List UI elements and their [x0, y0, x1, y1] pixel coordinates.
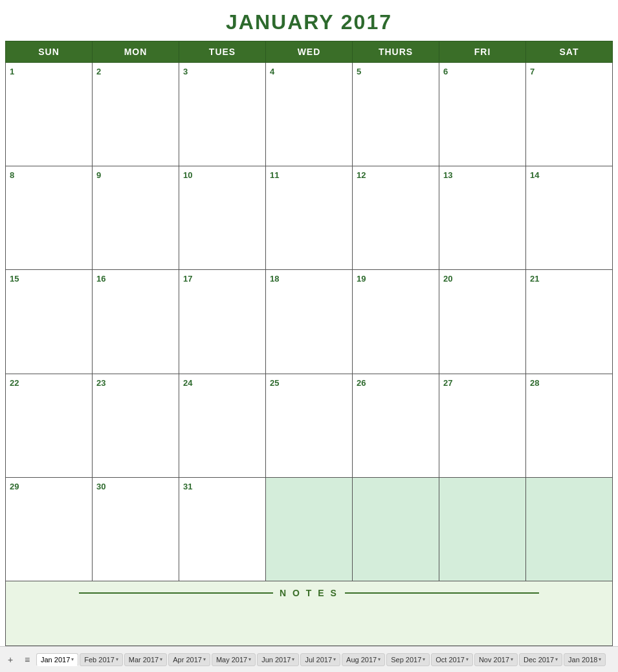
month-tab-feb-2017[interactable]: Feb 2017▾ — [80, 653, 122, 666]
day-cell-24[interactable]: 24 — [179, 374, 266, 477]
day-number: 24 — [183, 378, 192, 388]
chevron-down-icon: ▾ — [203, 656, 206, 662]
day-cell-4[interactable]: 4 — [266, 63, 353, 166]
day-cell-12[interactable]: 12 — [353, 166, 439, 270]
month-tab-jan-2018[interactable]: Jan 2018▾ — [564, 653, 606, 666]
month-tab-label: Jan 2017 — [41, 656, 70, 664]
day-cell-31[interactable]: 31 — [179, 477, 266, 581]
day-cell-6[interactable]: 6 — [439, 63, 526, 166]
day-cell-14[interactable]: 14 — [526, 166, 613, 270]
bottom-tabs-bar: + ≡ Jan 2017▾Feb 2017▾Mar 2017▾Apr 2017▾… — [0, 646, 618, 672]
day-number: 19 — [357, 274, 366, 284]
day-number: 8 — [10, 170, 14, 180]
chevron-down-icon: ▾ — [160, 656, 162, 662]
month-tab-label: Oct 2017 — [436, 656, 465, 664]
day-cell-empty-3[interactable] — [266, 477, 353, 581]
day-cell-3[interactable]: 3 — [179, 63, 266, 166]
day-cell-30[interactable]: 30 — [93, 477, 179, 581]
day-number: 4 — [270, 67, 274, 76]
chevron-down-icon: ▾ — [466, 656, 469, 662]
month-tab-label: Jan 2018 — [568, 656, 597, 664]
month-tab-may-2017[interactable]: May 2017▾ — [212, 653, 256, 666]
day-number: 12 — [357, 170, 366, 180]
day-cell-23[interactable]: 23 — [93, 374, 179, 477]
day-cell-18[interactable]: 18 — [266, 270, 353, 374]
day-cell-28[interactable]: 28 — [526, 374, 613, 477]
month-tab-label: Aug 2017 — [346, 656, 377, 664]
day-cell-empty-4[interactable] — [353, 477, 439, 581]
day-cell-5[interactable]: 5 — [353, 63, 439, 166]
chevron-down-icon: ▾ — [333, 656, 336, 662]
day-cell-26[interactable]: 26 — [353, 374, 439, 477]
day-number: 6 — [443, 67, 448, 76]
sheets-menu-button[interactable]: ≡ — [19, 652, 35, 667]
day-number: 20 — [443, 274, 452, 284]
month-tab-jun-2017[interactable]: Jun 2017▾ — [257, 653, 299, 666]
chevron-down-icon: ▾ — [511, 656, 513, 662]
month-tab-nov-2017[interactable]: Nov 2017▾ — [474, 653, 518, 666]
day-number: 15 — [10, 274, 19, 284]
day-cell-25[interactable]: 25 — [266, 374, 353, 477]
day-cell-7[interactable]: 7 — [526, 63, 613, 166]
day-cell-9[interactable]: 9 — [93, 166, 179, 270]
month-tab-dec-2017[interactable]: Dec 2017▾ — [519, 653, 562, 666]
month-tab-aug-2017[interactable]: Aug 2017▾ — [342, 653, 385, 666]
day-cell-2[interactable]: 2 — [93, 63, 179, 166]
day-cell-29[interactable]: 29 — [6, 477, 93, 581]
notes-header: N O T E S — [19, 588, 599, 598]
month-tab-label: Mar 2017 — [129, 656, 159, 664]
day-cell-19[interactable]: 19 — [353, 270, 439, 374]
day-number: 18 — [270, 274, 279, 284]
week-row-1: 1234567 — [6, 63, 613, 166]
month-tab-label: Nov 2017 — [479, 656, 509, 664]
day-cell-empty-6[interactable] — [526, 477, 613, 581]
day-cell-10[interactable]: 10 — [179, 166, 266, 270]
day-number: 27 — [443, 378, 452, 388]
day-number: 22 — [10, 378, 19, 388]
month-tab-label: Feb 2017 — [84, 656, 114, 664]
month-tab-jan-2017[interactable]: Jan 2017▾ — [36, 653, 78, 666]
notes-line-left — [79, 592, 273, 594]
month-tab-jul-2017[interactable]: Jul 2017▾ — [300, 653, 340, 666]
day-number: 2 — [96, 67, 101, 76]
day-cell-13[interactable]: 13 — [439, 166, 526, 270]
chevron-down-icon: ▾ — [71, 656, 74, 662]
calendar-body: 1234567891011121314151617181920212223242… — [6, 63, 613, 581]
month-tab-sep-2017[interactable]: Sep 2017▾ — [386, 653, 430, 666]
calendar-header-row: SUNMONTUESWEDTHURSFRISAT — [6, 41, 613, 63]
month-tab-oct-2017[interactable]: Oct 2017▾ — [431, 653, 473, 666]
day-number: 3 — [183, 67, 188, 76]
chevron-down-icon: ▾ — [378, 656, 381, 662]
day-cell-21[interactable]: 21 — [526, 270, 613, 374]
day-cell-17[interactable]: 17 — [179, 270, 266, 374]
notes-label: N O T E S — [280, 588, 338, 598]
day-number: 26 — [357, 378, 366, 388]
week-row-4: 22232425262728 — [6, 374, 613, 477]
day-cell-27[interactable]: 27 — [439, 374, 526, 477]
day-cell-16[interactable]: 16 — [93, 270, 179, 374]
day-cell-8[interactable]: 8 — [6, 166, 93, 270]
day-cell-empty-5[interactable] — [439, 477, 526, 581]
day-number: 14 — [530, 170, 539, 180]
day-number: 7 — [530, 67, 535, 76]
day-cell-22[interactable]: 22 — [6, 374, 93, 477]
chevron-down-icon: ▾ — [423, 656, 425, 662]
day-cell-15[interactable]: 15 — [6, 270, 93, 374]
chevron-down-icon: ▾ — [248, 656, 251, 662]
calendar-container: JANUARY 2017 SUNMONTUESWEDTHURSFRISAT 12… — [0, 0, 618, 646]
day-number: 31 — [183, 482, 192, 491]
chevron-down-icon: ▾ — [116, 656, 118, 662]
day-cell-20[interactable]: 20 — [439, 270, 526, 374]
chevron-down-icon: ▾ — [292, 656, 294, 662]
notes-line-right — [345, 592, 539, 594]
header-day-sun: SUN — [6, 41, 93, 63]
header-day-tues: TUES — [179, 41, 266, 63]
day-number: 13 — [443, 170, 452, 180]
month-tab-label: Dec 2017 — [524, 656, 554, 664]
add-sheet-button[interactable]: + — [3, 652, 18, 667]
month-tab-apr-2017[interactable]: Apr 2017▾ — [168, 653, 210, 666]
day-number: 30 — [96, 482, 105, 491]
day-cell-1[interactable]: 1 — [6, 63, 93, 166]
day-cell-11[interactable]: 11 — [266, 166, 353, 270]
month-tab-mar-2017[interactable]: Mar 2017▾ — [124, 653, 167, 666]
